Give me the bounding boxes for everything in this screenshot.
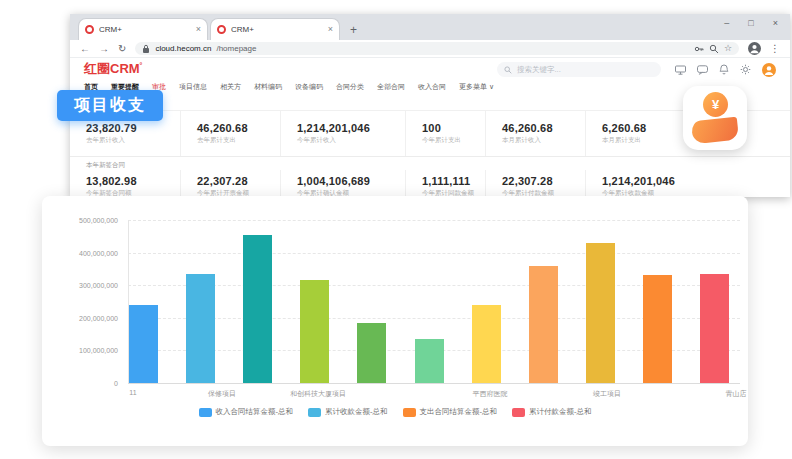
nav-item-6[interactable]: 材料编码 [254, 82, 282, 92]
legend-item[interactable]: 累计付款金额-总和 [512, 407, 592, 417]
browser-toolbar: ← → ↻ cloud.hecom.cn /homepage ☆ [70, 40, 790, 58]
monitor-icon[interactable] [675, 65, 686, 75]
legend-label: 累计收款金额-总和 [325, 407, 388, 417]
stat-value: 22,307.28 [197, 175, 280, 187]
legend-color-chip [199, 408, 212, 417]
y-axis-tick: 100,000,000 [42, 347, 118, 354]
bookmark-star-icon[interactable]: ☆ [724, 44, 732, 53]
gear-icon[interactable] [740, 64, 751, 75]
crm-logo: 红圈CRM° [84, 62, 142, 77]
chart-bar-1[interactable] [129, 305, 158, 383]
stat-value: 22,307.28 [502, 175, 585, 187]
income-expense-app-icon[interactable]: ¥ [683, 86, 747, 150]
message-icon[interactable] [697, 65, 708, 75]
stat-cell: 22,307.28今年累计开票金额 [180, 170, 280, 197]
forward-button[interactable]: → [99, 44, 109, 54]
chart-bar-11[interactable] [700, 274, 729, 383]
stat-value: 100 [422, 122, 485, 134]
chart-bar-10[interactable] [643, 275, 672, 383]
chart-bar-9[interactable] [586, 243, 615, 383]
stat-cell: 13,802.98今年新签合同额 [70, 170, 180, 197]
user-avatar[interactable] [762, 63, 776, 77]
crm-search-input[interactable]: 搜索关键字... [497, 62, 661, 77]
nav-item-9[interactable]: 全部合同 [377, 82, 405, 92]
legend-color-chip [512, 408, 525, 417]
search-icon [504, 66, 512, 74]
stat-cell: 100今年累计支出 [405, 111, 485, 156]
bell-icon[interactable] [719, 64, 729, 75]
gridline [128, 220, 740, 221]
chart-bar-6[interactable] [415, 339, 444, 383]
chart-bar-7[interactable] [472, 305, 501, 383]
address-bar[interactable]: cloud.hecom.cn /homepage ☆ [135, 42, 739, 55]
chart-bar-2[interactable] [186, 274, 215, 383]
legend-item[interactable]: 支出合同结算金额-总和 [403, 407, 498, 417]
x-axis-label: 竣工项目 [593, 389, 621, 399]
nav-item-11[interactable]: 更多菜单 ∨ [459, 82, 494, 92]
tab-strip: CRM+ × CRM+ × + – □ × [70, 14, 790, 40]
y-axis-tick: 0 [42, 380, 118, 387]
legend-label: 收入合同结算金额-总和 [216, 407, 294, 417]
tab-close-icon[interactable]: × [196, 25, 201, 34]
project-income-expense-badge: 项目收支 [57, 90, 163, 121]
nav-item-10[interactable]: 收入合同 [418, 82, 446, 92]
maximize-button[interactable]: □ [748, 18, 753, 28]
stat-label: 今年累计收入 [297, 136, 405, 145]
legend-item[interactable]: 收入合同结算金额-总和 [199, 407, 294, 417]
x-axis-label: 11 [129, 389, 136, 396]
stat-value: 1,214,201,046 [602, 175, 790, 187]
reload-button[interactable]: ↻ [118, 44, 126, 54]
y-axis-tick: 200,000,000 [42, 314, 118, 321]
stat-value: 46,260.68 [197, 122, 280, 134]
desktop: CRM+ × CRM+ × + – □ × ← → ↻ c [0, 0, 792, 459]
legend-label: 支出合同结算金额-总和 [420, 407, 498, 417]
stat-value: 1,004,106,689 [297, 175, 405, 187]
stat-cell: 1,214,201,046今年累计收入 [280, 111, 405, 156]
stat-cell: 1,214,201,046今年累计收款金额 [585, 170, 790, 197]
chart-plot: 500,000,000400,000,000300,000,000200,000… [128, 220, 740, 383]
nav-item-5[interactable]: 相关方 [220, 82, 241, 92]
browser-tab-1[interactable]: CRM+ × [78, 18, 208, 40]
stat-label: 本月累计收入 [502, 136, 585, 145]
profile-avatar[interactable] [748, 42, 761, 55]
legend-color-chip [308, 408, 321, 417]
back-button[interactable]: ← [80, 44, 90, 54]
chart-bar-8[interactable] [529, 266, 558, 383]
stat-value: 13,802.98 [86, 175, 180, 187]
y-axis-tick: 400,000,000 [42, 249, 118, 256]
crm-header: 红圈CRM° 搜索关键字... [70, 58, 790, 78]
new-tab-button[interactable]: + [350, 24, 357, 36]
chart-bar-3[interactable] [243, 235, 272, 383]
stat-label: 今年累计支出 [422, 136, 485, 145]
stats-row-1: 23,820.79去年累计收入46,260.68去年累计支出1,214,201,… [70, 110, 790, 156]
crm-nav: 首页重要提醒审批项目信息相关方材料编码设备编码合同分类全部合同收入合同更多菜单 … [70, 78, 790, 98]
stat-label: 去年累计支出 [197, 136, 280, 145]
browser-tab-2[interactable]: CRM+ × [210, 18, 340, 40]
nav-item-7[interactable]: 设备编码 [295, 82, 323, 92]
crm-favicon-icon [217, 25, 226, 34]
browser-window: CRM+ × CRM+ × + – □ × ← → ↻ c [70, 14, 790, 197]
x-axis-label: 和创科技大厦项目 [290, 389, 346, 399]
lock-icon [142, 44, 150, 54]
zoom-icon[interactable] [709, 44, 719, 54]
hand-icon [691, 117, 739, 145]
tab-title: CRM+ [99, 25, 191, 34]
tab-close-icon[interactable]: × [328, 25, 333, 34]
browser-menu-icon[interactable]: ⋮ [770, 43, 780, 54]
stat-cell: 46,260.68本月累计收入 [485, 111, 585, 156]
stat-value: 1,214,201,046 [297, 122, 405, 134]
chart-bar-4[interactable] [300, 280, 329, 383]
nav-item-8[interactable]: 合同分类 [336, 82, 364, 92]
minimize-button[interactable]: – [724, 18, 729, 28]
stat-cell: 46,260.68去年累计支出 [180, 111, 280, 156]
stat-label: 去年累计收入 [86, 136, 180, 145]
search-placeholder: 搜索关键字... [517, 65, 561, 75]
gridline [128, 383, 740, 384]
stat-cell: 22,307.28今年累计付款金额 [485, 170, 585, 197]
key-icon[interactable] [694, 44, 704, 54]
legend-item[interactable]: 累计收款金额-总和 [308, 407, 388, 417]
close-button[interactable]: × [773, 18, 778, 28]
chart-bar-5[interactable] [357, 323, 386, 383]
nav-item-4[interactable]: 项目信息 [179, 82, 207, 92]
legend-color-chip [403, 408, 416, 417]
